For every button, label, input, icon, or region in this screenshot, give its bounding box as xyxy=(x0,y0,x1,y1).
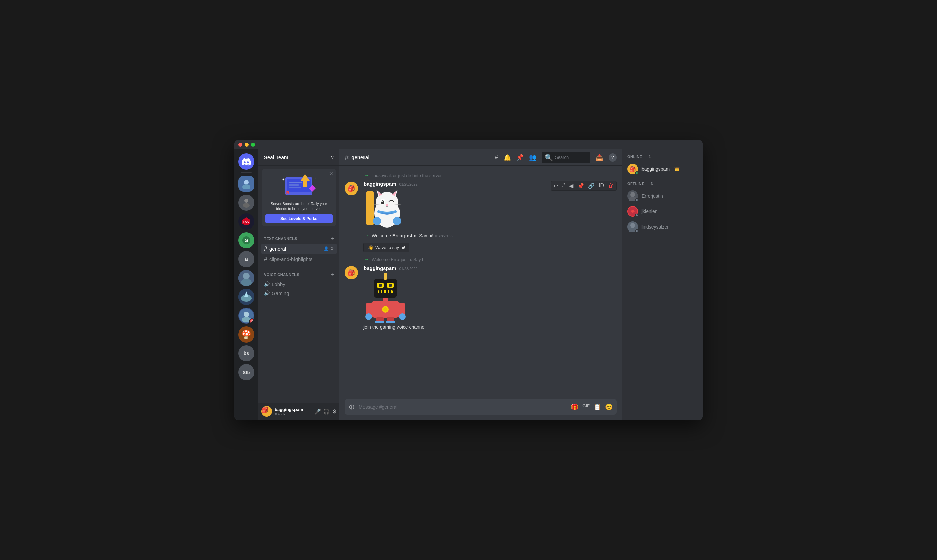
svg-rect-58 xyxy=(383,297,388,301)
robot-sticker xyxy=(363,272,617,324)
server-icon-2[interactable] xyxy=(238,194,254,211)
message-hover-actions-1: ↩ # ◀ 📌 🔗 ID 🗑 xyxy=(551,181,617,191)
server-icon-shark[interactable] xyxy=(238,289,254,305)
offline-status-2 xyxy=(635,198,639,202)
channel-item-gaming[interactable]: 🔊 Gaming xyxy=(261,289,337,298)
gift-icon[interactable]: 🎁 xyxy=(571,403,578,411)
svg-point-48 xyxy=(384,272,387,276)
see-levels-perks-button[interactable]: See Levels & Perks xyxy=(265,214,332,223)
threads-icon[interactable]: # xyxy=(495,154,498,161)
reply-icon[interactable]: ↩ xyxy=(552,182,559,190)
search-input[interactable] xyxy=(555,155,589,160)
server-icon-rog[interactable]: ROG xyxy=(238,213,254,229)
svg-point-65 xyxy=(399,313,406,320)
channel-item-lobby[interactable]: 🔊 Lobby xyxy=(261,280,337,289)
pin-icon[interactable]: 📌 xyxy=(516,154,524,161)
user-panel: 🎒 baggingspam #3776 🎤 🎧 ⚙ xyxy=(258,403,339,420)
id-icon[interactable]: ID xyxy=(597,182,605,190)
member-item-lindseysalzer[interactable]: lindseysalzer xyxy=(625,219,700,234)
discord-home-icon[interactable] xyxy=(238,154,254,169)
members-icon[interactable]: 👥 xyxy=(529,154,537,161)
help-icon[interactable]: ? xyxy=(609,154,617,162)
server-name: Seal Team xyxy=(264,154,288,160)
search-icon: 🔍 xyxy=(545,154,553,162)
link-icon[interactable]: 🔗 xyxy=(587,182,596,190)
boost-banner-close[interactable]: ✕ xyxy=(329,171,333,176)
server-icon-blue[interactable]: 11 xyxy=(238,308,254,324)
settings-icon[interactable]: ⚙ xyxy=(330,246,334,251)
member-avatar-wrap-3 xyxy=(627,206,638,217)
add-text-channel-button[interactable]: + xyxy=(330,235,334,242)
server-icon-sfb[interactable]: Sfb xyxy=(238,364,254,380)
main-content: # general # 🔔 📌 👥 🔍 📥 ? xyxy=(339,149,622,420)
microphone-icon[interactable]: 🎤 xyxy=(314,408,321,415)
pin-hover-icon[interactable]: 📌 xyxy=(576,182,585,190)
notifications-icon[interactable]: 🔔 xyxy=(503,154,511,161)
add-voice-channel-button[interactable]: + xyxy=(330,271,334,278)
member-item-jkienlen[interactable]: jkienlen xyxy=(625,204,700,219)
svg-rect-55 xyxy=(382,291,385,293)
channel-item-clips[interactable]: # clips-and-highlights xyxy=(261,254,337,265)
channel-name-gaming: Gaming xyxy=(272,291,289,296)
boost-banner: ✕ xyxy=(262,169,336,226)
reaction-icon[interactable]: ◀ xyxy=(568,182,574,190)
wave-button[interactable]: 👋 Wave to say hi! xyxy=(363,243,409,252)
server-header[interactable]: Seal Team ∨ xyxy=(258,149,339,166)
member-name-errorjustin: Errorjustin xyxy=(642,193,663,198)
members-sidebar: ONLINE — 1 🎒 baggingspam 👑 OFFLINE — 3 xyxy=(622,149,703,420)
message-input-wrapper: ⊕ 🎁 GIF 📋 😊 xyxy=(345,399,617,415)
server-icon-5[interactable] xyxy=(238,270,254,286)
server-icon-mushroom[interactable]: 🍄 xyxy=(238,326,254,343)
maximize-button[interactable] xyxy=(251,143,255,147)
search-bar[interactable]: 🔍 xyxy=(542,152,590,163)
title-bar xyxy=(234,140,703,149)
member-item-errorjustin[interactable]: Errorjustin xyxy=(625,188,700,203)
svg-rect-57 xyxy=(389,291,391,293)
channel-header: # general # 🔔 📌 👥 🔍 📥 ? xyxy=(339,149,622,166)
message-group-1: 🎒 baggingspam 01/28/2022 xyxy=(339,180,622,230)
add-member-icon[interactable]: 👤 xyxy=(324,246,329,251)
server-icon-green[interactable]: G xyxy=(238,232,254,248)
svg-point-39 xyxy=(386,204,388,206)
thread-icon[interactable]: # xyxy=(561,182,566,190)
member-avatar-wrap-2 xyxy=(627,191,638,201)
hash-icon-2: # xyxy=(264,256,267,263)
svg-point-73 xyxy=(630,223,635,228)
svg-text:ROG: ROG xyxy=(243,220,249,223)
channel-name-clips: clips-and-highlights xyxy=(269,257,312,262)
server-icon-seal-team[interactable] xyxy=(238,176,254,192)
gif-icon[interactable]: GIF xyxy=(582,403,590,411)
message-author-2: baggingspam xyxy=(363,265,397,271)
user-tag: #3776 xyxy=(275,412,312,416)
message-text-2: join the gaming voice channel xyxy=(363,324,617,331)
server-icon-a[interactable]: a xyxy=(238,251,254,267)
server-icon-bs[interactable]: bs xyxy=(238,345,254,362)
emoji-icon[interactable]: 😊 xyxy=(605,403,612,411)
svg-rect-54 xyxy=(379,291,381,293)
welcome-arrow-icon-2: → xyxy=(363,257,369,263)
message-timestamp-2: 01/28/2022 xyxy=(399,266,418,271)
svg-rect-56 xyxy=(386,291,388,293)
channel-item-general[interactable]: # general 👤 ⚙ xyxy=(261,244,337,254)
message-avatar-2[interactable]: 🎒 xyxy=(345,266,358,279)
settings-icon[interactable]: ⚙ xyxy=(332,408,337,415)
message-avatar-1[interactable]: 🎒 xyxy=(345,182,358,195)
inbox-icon[interactable]: 📥 xyxy=(596,154,603,161)
main-layout: ROG G a xyxy=(234,149,703,420)
member-item-baggingspam[interactable]: 🎒 baggingspam 👑 xyxy=(625,162,700,176)
join-arrow-icon: → xyxy=(363,172,369,178)
system-message-welcome: → Welcome Errorjustin. Say hi! xyxy=(339,255,622,264)
offline-status-4 xyxy=(635,229,639,232)
svg-point-1 xyxy=(242,185,251,189)
add-content-button[interactable]: ⊕ xyxy=(349,403,355,411)
svg-point-0 xyxy=(244,180,249,185)
delete-icon[interactable]: 🗑 xyxy=(607,182,615,190)
headphone-icon[interactable]: 🎧 xyxy=(323,408,330,415)
close-button[interactable] xyxy=(238,143,242,147)
message-input[interactable] xyxy=(359,404,567,409)
user-avatar[interactable]: 🎒 xyxy=(261,406,272,417)
svg-text:✦: ✦ xyxy=(314,177,316,180)
minimize-button[interactable] xyxy=(245,143,249,147)
speaker-icon-lobby: 🔊 xyxy=(264,282,269,287)
sticker-icon[interactable]: 📋 xyxy=(594,403,601,411)
